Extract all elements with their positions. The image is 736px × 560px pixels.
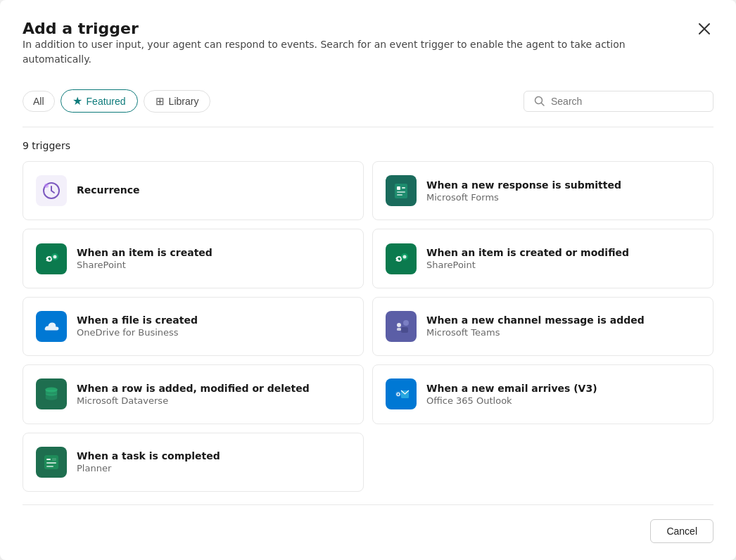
trigger-info: When a new response is submittedMicrosof… bbox=[426, 179, 621, 203]
star-icon: ★ bbox=[72, 94, 82, 108]
cancel-button[interactable]: Cancel bbox=[650, 519, 713, 543]
trigger-name: When an item is created bbox=[77, 247, 212, 258]
trigger-icon-onedrive bbox=[36, 311, 67, 342]
trigger-icon-teams bbox=[386, 311, 417, 342]
search-box bbox=[524, 91, 713, 112]
trigger-name: Recurrence bbox=[77, 184, 140, 196]
svg-rect-35 bbox=[52, 458, 56, 461]
trigger-name: When a new email arrives (V3) bbox=[426, 383, 597, 394]
dialog-title: Add a trigger bbox=[23, 20, 695, 37]
trigger-info: When a new email arrives (V3)Office 365 … bbox=[426, 383, 597, 406]
svg-text:O: O bbox=[396, 392, 400, 397]
add-trigger-dialog: Add a trigger In addition to user input,… bbox=[0, 0, 736, 560]
trigger-source: OneDrive for Business bbox=[77, 327, 198, 338]
trigger-card-onedrive-file[interactable]: When a file is createdOneDrive for Busin… bbox=[23, 297, 364, 356]
trigger-card-dataverse-row[interactable]: When a row is added, modified or deleted… bbox=[23, 364, 364, 424]
svg-point-24 bbox=[397, 323, 401, 327]
svg-point-22 bbox=[403, 320, 409, 326]
trigger-icon-sharepoint: S bbox=[36, 243, 67, 274]
trigger-icon-planner bbox=[36, 447, 67, 478]
trigger-card-sharepoint-create[interactable]: SWhen an item is createdSharePoint bbox=[23, 229, 364, 288]
section-divider bbox=[23, 127, 713, 127]
trigger-source: Office 365 Outlook bbox=[426, 395, 597, 406]
trigger-info: When a new channel message is addedMicro… bbox=[426, 314, 645, 338]
trigger-info: When a file is createdOneDrive for Busin… bbox=[77, 314, 198, 338]
triggers-count: 9 triggers bbox=[23, 140, 713, 151]
trigger-source: Microsoft Dataverse bbox=[77, 395, 310, 406]
svg-rect-32 bbox=[46, 459, 51, 460]
search-icon bbox=[534, 96, 545, 107]
svg-rect-5 bbox=[402, 187, 405, 189]
trigger-card-sharepoint-modify[interactable]: SWhen an item is created or modifiedShar… bbox=[372, 229, 713, 288]
svg-rect-33 bbox=[46, 462, 56, 464]
filters-row: All ★ Featured ⊞ Library bbox=[23, 89, 713, 113]
trigger-name: When an item is created or modified bbox=[426, 247, 629, 258]
close-button[interactable] bbox=[695, 20, 713, 38]
trigger-icon-outlook: O bbox=[386, 378, 417, 409]
triggers-grid: RecurrenceFWhen a new response is submit… bbox=[23, 161, 713, 492]
svg-rect-23 bbox=[401, 327, 408, 333]
search-input[interactable] bbox=[551, 96, 703, 107]
trigger-source: Planner bbox=[77, 463, 220, 473]
dialog-footer: Cancel bbox=[23, 504, 713, 543]
trigger-info: Recurrence bbox=[77, 184, 140, 197]
trigger-icon-forms: F bbox=[386, 175, 417, 206]
trigger-name: When a row is added, modified or deleted bbox=[77, 383, 310, 394]
close-icon bbox=[698, 23, 711, 35]
trigger-info: When a row is added, modified or deleted… bbox=[77, 383, 310, 406]
svg-point-13 bbox=[53, 255, 57, 258]
trigger-card-planner-task[interactable]: When a task is completedPlanner bbox=[23, 433, 364, 492]
trigger-icon-recurrence bbox=[36, 175, 67, 206]
filter-featured-button[interactable]: ★ Featured bbox=[61, 89, 138, 113]
svg-rect-3 bbox=[395, 184, 407, 198]
trigger-card-recurrence[interactable]: Recurrence bbox=[23, 161, 364, 220]
trigger-source: Microsoft Forms bbox=[426, 192, 621, 203]
dialog-header: Add a trigger In addition to user input,… bbox=[23, 20, 713, 84]
dialog-description: In addition to user input, your agent ca… bbox=[23, 37, 695, 67]
svg-point-2 bbox=[44, 184, 49, 188]
svg-text:F: F bbox=[398, 186, 400, 190]
svg-text:S: S bbox=[46, 257, 49, 262]
trigger-info: When an item is created or modifiedShare… bbox=[426, 247, 629, 270]
svg-rect-6 bbox=[397, 191, 405, 193]
trigger-card-forms-response[interactable]: FWhen a new response is submittedMicroso… bbox=[372, 161, 713, 220]
trigger-icon-dataverse bbox=[36, 378, 67, 409]
svg-rect-7 bbox=[397, 194, 402, 196]
trigger-name: When a new channel message is added bbox=[426, 314, 645, 326]
trigger-icon-sharepoint: S bbox=[386, 243, 417, 274]
library-icon: ⊞ bbox=[156, 95, 165, 108]
filter-all-button[interactable]: All bbox=[23, 91, 55, 112]
trigger-source: SharePoint bbox=[426, 260, 629, 270]
filter-library-button[interactable]: ⊞ Library bbox=[144, 90, 211, 113]
trigger-card-outlook-email[interactable]: OWhen a new email arrives (V3)Office 365… bbox=[372, 364, 713, 424]
svg-rect-34 bbox=[46, 466, 53, 467]
svg-point-19 bbox=[403, 255, 407, 258]
svg-text:S: S bbox=[395, 257, 399, 262]
trigger-info: When a task is completedPlanner bbox=[77, 450, 220, 473]
trigger-name: When a file is created bbox=[77, 314, 198, 326]
trigger-source: SharePoint bbox=[77, 260, 212, 270]
trigger-name: When a new response is submitted bbox=[426, 179, 621, 191]
trigger-source: Microsoft Teams bbox=[426, 327, 645, 338]
svg-rect-25 bbox=[397, 328, 401, 331]
trigger-card-teams-message[interactable]: When a new channel message is addedMicro… bbox=[372, 297, 713, 356]
trigger-name: When a task is completed bbox=[77, 450, 220, 462]
trigger-info: When an item is createdSharePoint bbox=[77, 247, 212, 270]
